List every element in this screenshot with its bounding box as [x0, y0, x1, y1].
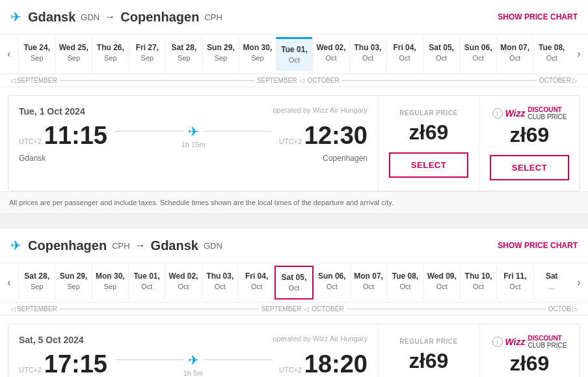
inbound-arrive-block: UTC+2 18:20 — [279, 350, 368, 377]
outbound-regular-price-label: REGULAR PRICE — [399, 109, 457, 117]
inbound-depart-time: 17:15 — [44, 350, 107, 377]
inbound-date-5[interactable]: Thu 03,Oct — [202, 266, 238, 300]
inbound-date-7[interactable]: Sat 05,Oct — [274, 266, 313, 300]
outbound-wizz-select-btn[interactable]: SELECT — [490, 155, 569, 180]
outbound-arrive-time: 12:30 — [304, 122, 368, 149]
inbound-next-btn[interactable]: › — [570, 263, 588, 302]
section-gap — [0, 218, 588, 229]
outbound-date-8[interactable]: Wed 02,Oct — [312, 37, 349, 70]
outbound-date-7[interactable]: Tue 01,Oct — [276, 37, 313, 70]
outbound-select-btn[interactable]: SELECT — [389, 152, 468, 178]
inbound-wizz-price: zł69 — [510, 352, 549, 376]
inbound-date-13[interactable]: Fri 11,Oct — [496, 266, 533, 300]
outbound-date-6[interactable]: Mon 30,Sep — [239, 37, 276, 70]
inbound-wizz-club-text: CLUB PRICE — [528, 342, 567, 349]
inbound-date-selector: ‹ Sat 28,Sep Sun 29,Sep Mon 30,Sep Tue 0… — [0, 263, 588, 303]
notice-bar: All prices are per passenger and include… — [0, 191, 588, 213]
inbound-date-9[interactable]: Mon 07,Oct — [350, 266, 386, 300]
outbound-month-sep: SEPTEMBER — [17, 77, 57, 84]
outbound-date-5[interactable]: Sun 29,Sep — [202, 37, 239, 70]
outbound-arrive-block: UTC+2 12:30 — [279, 122, 368, 150]
inbound-wizz-section: i Wizz DISCOUNT CLUB PRICE zł69 SELECT — [479, 324, 580, 377]
inbound-route-arrow: → — [135, 240, 146, 251]
outbound-flight-date: Tue, 1 Oct 2024 — [19, 106, 85, 117]
inbound-date-6[interactable]: Fri 04,Oct — [238, 266, 274, 300]
inbound-plane-mid-icon: ✈ — [188, 352, 199, 368]
inbound-prev-btn[interactable]: ‹ — [0, 263, 18, 302]
inbound-operated-by: operated by Wizz Air Hungary — [273, 335, 368, 342]
outbound-dates-row: Tue 24,Sep Wed 25,Sep Thu 26,Sep Fri 27,… — [18, 37, 570, 70]
outbound-date-14[interactable]: Tue 08,Oct — [533, 37, 570, 70]
outbound-flight-line: ✈ 1h 15m — [115, 124, 271, 148]
inbound-date-11[interactable]: Wed 09,Oct — [423, 266, 460, 300]
outbound-prev-btn[interactable]: ‹ — [0, 35, 18, 74]
outbound-date-9[interactable]: Thu 03,Oct — [349, 37, 386, 70]
outbound-date-1[interactable]: Wed 25,Sep — [55, 37, 92, 70]
outbound-origin-city: Gdansk — [28, 10, 75, 25]
outbound-date-3[interactable]: Fri 27,Sep — [129, 37, 166, 70]
inbound-month-sep: SEPTEMBER — [17, 305, 57, 313]
route-arrow: → — [105, 11, 115, 23]
outbound-flight-main: Tue, 1 Oct 2024 operated by Wizz Air Hun… — [8, 96, 378, 191]
outbound-month-oct2: OCTOBER — [539, 77, 571, 84]
inbound-route: Copenhagen CPH → Gdansk GDN — [28, 238, 222, 253]
inbound-flight-main: Sat, 5 Oct 2024 operated by Wizz Air Hun… — [8, 324, 378, 377]
inbound-origin-city: Copenhagen — [28, 238, 107, 253]
inbound-date-3[interactable]: Tue 01,Oct — [128, 266, 165, 300]
inbound-date-2[interactable]: Mon 30,Sep — [92, 266, 128, 300]
inbound-regular-price: zł69 — [409, 349, 448, 373]
inbound-depart-utc: UTC+2 — [19, 366, 42, 374]
outbound-next-btn[interactable]: › — [570, 35, 588, 74]
wizz-discount-text: DISCOUNT — [528, 106, 567, 113]
outbound-arrive-utc: UTC+2 — [279, 137, 302, 145]
inbound-header: ✈ Copenhagen CPH → Gdansk GDN SHOW PRICE… — [0, 229, 588, 263]
outbound-depart-time: 11:15 — [44, 122, 107, 149]
inbound-regular-price-label: REGULAR PRICE — [399, 338, 457, 345]
inbound-date-0[interactable]: Sat 28,Sep — [18, 266, 55, 300]
inbound-dest-city: Gdansk — [151, 238, 198, 253]
inbound-date-4[interactable]: Wed 02,Oct — [165, 266, 201, 300]
inbound-dates-row: Sat 28,Sep Sun 29,Sep Mon 30,Sep Tue 01,… — [18, 266, 570, 300]
wizz-logo-text: Wizz — [505, 108, 526, 119]
inbound-date-14[interactable]: Sat... — [533, 266, 570, 300]
inbound-info-icon: i — [492, 337, 503, 347]
inbound-dest-code: GDN — [204, 241, 222, 251]
inbound-regular-price-section: REGULAR PRICE zł69 SELECT — [378, 324, 479, 377]
wizz-club-text: CLUB PRICE — [528, 113, 567, 120]
outbound-duration: 1h 15m — [181, 141, 206, 148]
outbound-section: ✈ Gdansk GDN → Copenhagen CPH SHOW PRICE… — [0, 0, 588, 213]
outbound-origin-code: GDN — [81, 12, 100, 22]
inbound-date-1[interactable]: Sun 29,Sep — [55, 266, 91, 300]
outbound-show-price-chart[interactable]: SHOW PRICE CHART — [498, 12, 578, 21]
outbound-dest-label: Copenhagen — [323, 154, 368, 163]
inbound-show-price-chart[interactable]: SHOW PRICE CHART — [498, 241, 578, 250]
outbound-date-0[interactable]: Tue 24,Sep — [18, 37, 55, 70]
outbound-depart-block: UTC+2 11:15 — [19, 122, 107, 150]
outbound-regular-price-section: REGULAR PRICE zł69 SELECT — [378, 96, 479, 191]
outbound-date-selector: ‹ Tue 24,Sep Wed 25,Sep Thu 26,Sep Fri 2… — [0, 35, 588, 74]
outbound-date-4[interactable]: Sat 28,Sep — [165, 37, 202, 70]
outbound-month-oct: OCTOBER — [307, 77, 339, 84]
outbound-date-2[interactable]: Thu 26,Sep — [92, 37, 129, 70]
inbound-month-sep2: SEPTEMBER — [261, 305, 302, 313]
inbound-wizz-discount-text: DISCOUNT — [528, 335, 567, 342]
inbound-flight-line: ✈ 1h 5m — [115, 352, 271, 377]
outbound-dest-code: CPH — [204, 12, 222, 22]
inbound-flight-date: Sat, 5 Oct 2024 — [19, 335, 84, 345]
outbound-date-12[interactable]: Sun 06,Oct — [459, 37, 496, 70]
plane-icon: ✈ — [10, 9, 21, 25]
info-icon: i — [492, 108, 503, 119]
inbound-duration: 1h 5m — [183, 369, 204, 377]
inbound-plane-icon: ✈ — [10, 238, 21, 253]
inbound-depart-block: UTC+2 17:15 — [19, 350, 107, 377]
inbound-date-8[interactable]: Sun 06,Oct — [314, 266, 350, 300]
outbound-date-11[interactable]: Sat 05,Oct — [423, 37, 460, 70]
outbound-month-sep2: SEPTEMBER — [257, 77, 297, 84]
inbound-month-oct: OCTOBER — [312, 305, 343, 313]
outbound-route: Gdansk GDN → Copenhagen CPH — [28, 10, 222, 25]
inbound-month-bar: ◁ SEPTEMBER SEPTEMBER ◁ OCTOBER OCTOB ▷ — [0, 303, 588, 316]
inbound-date-12[interactable]: Thu 10,Oct — [460, 266, 496, 300]
inbound-date-10[interactable]: Tue 08,Oct — [386, 266, 423, 300]
outbound-date-10[interactable]: Fri 04,Oct — [386, 37, 423, 70]
outbound-date-13[interactable]: Mon 07,Oct — [496, 37, 533, 70]
